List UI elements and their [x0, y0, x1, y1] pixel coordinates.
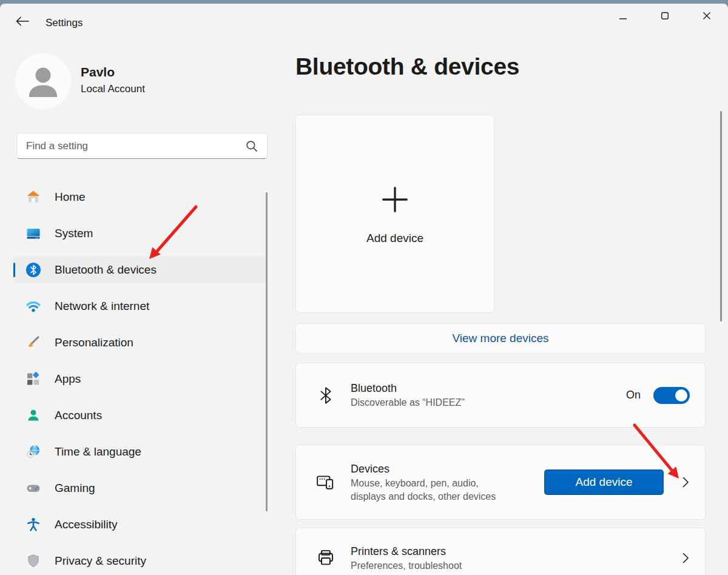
settings-window: Settings Pavlo L [0, 4, 728, 575]
bluetooth-outline-icon [316, 386, 335, 405]
sidebar-item-label: Home [55, 190, 86, 204]
sidebar-item-label: Bluetooth & devices [55, 263, 157, 277]
sidebar-item-label: Gaming [55, 482, 95, 495]
minimize-icon [619, 11, 627, 22]
search-input[interactable] [17, 140, 245, 152]
add-device-button[interactable]: Add device [544, 469, 664, 495]
sidebar-item-bluetooth-devices[interactable]: Bluetooth & devices [13, 257, 266, 283]
close-button[interactable] [688, 4, 726, 29]
add-device-card-label: Add device [366, 232, 423, 245]
window-title: Settings [46, 17, 83, 29]
sidebar-scrollbar[interactable] [266, 192, 268, 511]
profile-name: Pavlo [81, 65, 115, 79]
sidebar-item-label: Personalization [55, 336, 133, 349]
avatar [15, 53, 71, 109]
page-title: Bluetooth & devices [295, 53, 519, 80]
toggle-state-label: On [626, 389, 641, 402]
devices-icon [316, 472, 335, 492]
bluetooth-row[interactable]: Bluetooth Discoverable as “HIDEEZ” On [295, 363, 706, 428]
sidebar-item-label: Time & language [55, 445, 141, 459]
personalization-icon [25, 335, 41, 351]
sidebar-item-home[interactable]: Home [13, 184, 266, 210]
profile-account-type: Local Account [81, 83, 145, 95]
sidebar-item-system[interactable]: System [13, 220, 266, 247]
content-scrollbar[interactable] [720, 111, 722, 321]
bluetooth-row-title: Bluetooth [351, 381, 465, 396]
sidebar-item-gaming[interactable]: Gaming [13, 475, 266, 502]
sidebar-item-network-internet[interactable]: Network & internet [13, 293, 266, 320]
home-icon [25, 189, 41, 205]
sidebar-nav: Home System [13, 184, 266, 575]
back-arrow-icon [16, 16, 29, 29]
bluetooth-row-subtitle: Discoverable as “HIDEEZ” [351, 396, 465, 409]
printer-icon [316, 549, 335, 567]
sidebar-item-personalization[interactable]: Personalization [13, 329, 266, 356]
sidebar-item-label: System [55, 227, 93, 240]
chevron-right-icon [682, 476, 690, 488]
sidebar-item-apps[interactable]: Apps [13, 366, 266, 392]
devices-row[interactable]: Devices Mouse, keyboard, pen, audio, dis… [295, 445, 706, 520]
selected-indicator [13, 263, 15, 277]
sidebar-item-label: Privacy & security [55, 554, 146, 568]
accessibility-icon [25, 517, 41, 533]
chevron-right-icon [682, 552, 690, 564]
printers-scanners-row[interactable]: Printers & scanners Preferences, trouble… [295, 528, 706, 575]
privacy-icon [25, 553, 41, 569]
desktop-background: Settings Pavlo L [0, 0, 728, 575]
sidebar-item-time-language[interactable]: Time & language [13, 439, 266, 465]
minimize-button[interactable] [604, 4, 642, 29]
printers-row-title: Printers & scanners [351, 544, 462, 559]
system-icon [25, 226, 41, 241]
maximize-icon [661, 11, 669, 22]
sidebar-item-privacy-security[interactable]: Privacy & security [13, 548, 266, 574]
search-box [16, 133, 268, 159]
time-language-icon [25, 444, 41, 460]
sidebar-item-label: Network & internet [55, 300, 149, 313]
close-icon [703, 11, 710, 22]
accounts-icon [25, 408, 41, 423]
sidebar-item-label: Accounts [55, 409, 102, 422]
plus-icon [379, 183, 411, 216]
printers-row-subtitle: Preferences, troubleshoot [351, 559, 462, 573]
maximize-button[interactable] [646, 4, 684, 29]
view-more-devices-label: View more devices [452, 332, 548, 345]
network-icon [25, 298, 41, 314]
bluetooth-icon [25, 262, 41, 278]
view-more-devices-button[interactable]: View more devices [295, 323, 706, 354]
search-icon [245, 140, 258, 153]
sidebar-item-accounts[interactable]: Accounts [13, 402, 266, 429]
sidebar-item-accessibility[interactable]: Accessibility [13, 511, 266, 538]
apps-icon [25, 371, 41, 387]
add-device-card[interactable]: Add device [295, 115, 494, 313]
devices-row-title: Devices [351, 462, 496, 477]
devices-row-subtitle-line1: Mouse, keyboard, pen, audio, [351, 477, 496, 490]
sidebar-item-label: Apps [55, 372, 81, 386]
bluetooth-toggle[interactable] [653, 387, 690, 404]
toggle-knob [675, 389, 687, 402]
devices-row-subtitle-line2: displays and docks, other devices [351, 490, 496, 503]
sidebar-item-label: Accessibility [55, 518, 117, 531]
gaming-icon [25, 480, 41, 496]
back-button[interactable] [11, 12, 34, 33]
